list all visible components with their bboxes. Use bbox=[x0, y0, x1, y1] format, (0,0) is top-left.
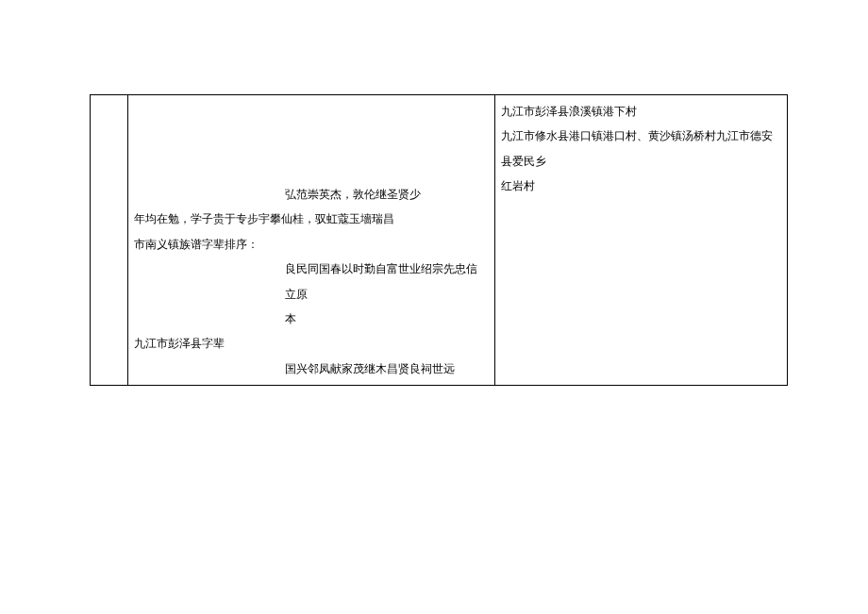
col2-text-line: 本 bbox=[134, 307, 489, 331]
col2-text-line: 良民同国春以时勤自富世业绍宗先忠信立原 bbox=[134, 257, 489, 307]
col3-text-line: 红岩村 bbox=[501, 174, 781, 198]
col3-text-line: 九江市修水县港口镇港口村、黄沙镇汤桥村九江市德安县爱民乡 bbox=[501, 124, 781, 174]
col2-spacer bbox=[134, 99, 489, 182]
col2-text-line: 年均在勉，学子贵于专步宇攀仙桂，驭虹蔻玉墻瑞昌 bbox=[134, 207, 489, 231]
table-col-2: 弘范崇英杰，敦伦继圣贤少 年均在勉，学子贵于专步宇攀仙桂，驭虹蔻玉墻瑞昌 市南义… bbox=[128, 95, 495, 385]
col2-text-line: 市南义镇族谱字辈排序： bbox=[134, 232, 489, 257]
col2-text-line: 国兴邻凤献家茂继木昌贤良祠世远 bbox=[134, 357, 489, 381]
table-col-3: 九江市彭泽县浪溪镇港下村 九江市修水县港口镇港口村、黄沙镇汤桥村九江市德安县爱民… bbox=[495, 95, 787, 385]
table-col-1 bbox=[91, 95, 128, 385]
col2-text-line: 弘范崇英杰，敦伦继圣贤少 bbox=[134, 182, 489, 207]
col2-text-line: 九江市彭泽县字辈 bbox=[134, 331, 489, 356]
col3-text-line: 九江市彭泽县浪溪镇港下村 bbox=[501, 99, 781, 124]
document-table: 弘范崇英杰，敦伦继圣贤少 年均在勉，学子贵于专步宇攀仙桂，驭虹蔻玉墻瑞昌 市南义… bbox=[90, 94, 788, 386]
